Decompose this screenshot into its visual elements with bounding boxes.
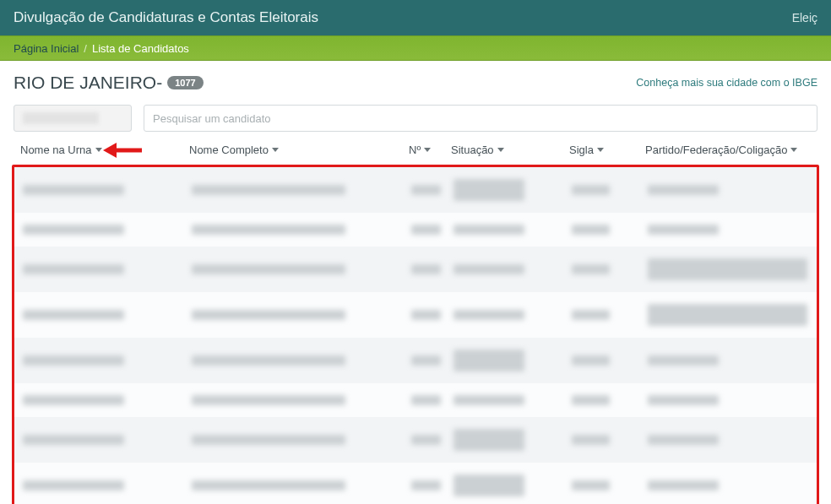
blurred-cell: [23, 480, 124, 490]
table-row[interactable]: [14, 213, 817, 247]
blurred-cell: [411, 355, 441, 366]
blurred-cell: [648, 395, 719, 405]
col-numero[interactable]: Nº: [409, 144, 451, 156]
blurred-cell: [411, 185, 441, 195]
col-situacao[interactable]: Situação: [451, 144, 569, 156]
blurred-cell: [192, 480, 345, 490]
blurred-cell: [192, 435, 345, 445]
table-row[interactable]: [14, 417, 817, 463]
sort-caret-icon: [790, 148, 797, 152]
table-row[interactable]: [14, 338, 817, 383]
filters-row: Pesquisar um candidato: [8, 100, 823, 144]
topbar-right[interactable]: Eleiç: [792, 11, 817, 24]
blurred-cell: [572, 355, 610, 366]
filter-select-value-blurred: [23, 112, 99, 124]
search-placeholder: Pesquisar um candidato: [153, 112, 270, 125]
blurred-cell: [572, 435, 610, 445]
blurred-cell: [192, 225, 345, 235]
sort-caret-icon: [95, 148, 102, 152]
blurred-cell: [454, 179, 524, 201]
title-row: RIO DE JANEIRO - 1077 Conheça mais sua c…: [8, 73, 823, 100]
blurred-cell: [192, 264, 345, 274]
blurred-cell: [23, 395, 124, 405]
blurred-cell: [648, 225, 719, 235]
blurred-cell: [648, 185, 719, 195]
table-body: [12, 165, 819, 504]
ibge-link[interactable]: Conheça mais sua cidade com o IBGE: [636, 77, 817, 89]
table-row[interactable]: [14, 463, 817, 504]
blurred-cell: [411, 225, 441, 235]
blurred-cell: [411, 310, 441, 320]
table-row[interactable]: [14, 247, 817, 292]
blurred-cell: [454, 350, 524, 371]
blurred-cell: [192, 185, 345, 195]
blurred-cell: [23, 264, 124, 274]
col-partido[interactable]: Partido/Federação/Coligação: [645, 144, 823, 156]
sort-caret-icon: [497, 148, 504, 152]
blurred-cell: [648, 480, 719, 490]
blurred-cell: [572, 264, 610, 274]
blurred-cell: [454, 429, 524, 451]
page-title: RIO DE JANEIRO - 1077: [14, 73, 204, 93]
blurred-cell: [454, 395, 524, 405]
blurred-cell: [648, 258, 807, 280]
topbar: Divulgação de Candidaturas e Contas Elei…: [0, 0, 831, 35]
candidates-table: Nome na Urna Nome Completo Nº Situação S…: [8, 144, 823, 504]
search-input[interactable]: Pesquisar um candidato: [144, 105, 817, 132]
region-name: RIO DE JANEIRO: [14, 73, 156, 93]
blurred-cell: [192, 395, 345, 405]
count-badge: 1077: [167, 76, 203, 89]
blurred-cell: [23, 355, 124, 366]
blurred-cell: [411, 480, 441, 490]
col-nome-urna[interactable]: Nome na Urna: [20, 144, 189, 156]
blurred-cell: [648, 435, 719, 445]
blurred-cell: [572, 225, 610, 235]
table-row[interactable]: [14, 383, 817, 417]
blurred-cell: [572, 395, 610, 405]
blurred-cell: [572, 185, 610, 195]
table-row[interactable]: [14, 167, 817, 213]
content: RIO DE JANEIRO - 1077 Conheça mais sua c…: [0, 61, 831, 504]
table-header: Nome na Urna Nome Completo Nº Situação S…: [12, 144, 819, 165]
blurred-cell: [23, 185, 124, 195]
blurred-cell: [192, 310, 345, 320]
table-row[interactable]: [14, 292, 817, 338]
blurred-cell: [192, 355, 345, 366]
blurred-cell: [454, 310, 524, 320]
blurred-cell: [648, 304, 807, 326]
blurred-cell: [454, 474, 524, 496]
blurred-cell: [648, 355, 719, 366]
sort-caret-icon: [424, 148, 431, 152]
filter-select[interactable]: [14, 105, 132, 132]
blurred-cell: [411, 435, 441, 445]
blurred-cell: [23, 310, 124, 320]
breadcrumb-home[interactable]: Página Inicial: [14, 42, 79, 55]
blurred-cell: [454, 225, 524, 235]
breadcrumb-current: Lista de Candidatos: [92, 42, 189, 55]
breadcrumb-separator: /: [84, 42, 87, 55]
breadcrumb: Página Inicial / Lista de Candidatos: [0, 35, 831, 61]
col-nome-completo[interactable]: Nome Completo: [189, 144, 409, 156]
blurred-cell: [23, 225, 124, 235]
region-dash: -: [156, 73, 162, 93]
blurred-cell: [454, 264, 524, 274]
blurred-cell: [411, 264, 441, 274]
sort-caret-icon: [597, 148, 604, 152]
blurred-cell: [572, 480, 610, 490]
col-sigla[interactable]: Sigla: [569, 144, 645, 156]
blurred-cell: [411, 395, 441, 405]
app-title: Divulgação de Candidaturas e Contas Elei…: [14, 9, 318, 26]
blurred-cell: [572, 310, 610, 320]
blurred-cell: [23, 435, 124, 445]
sort-caret-icon: [272, 148, 279, 152]
